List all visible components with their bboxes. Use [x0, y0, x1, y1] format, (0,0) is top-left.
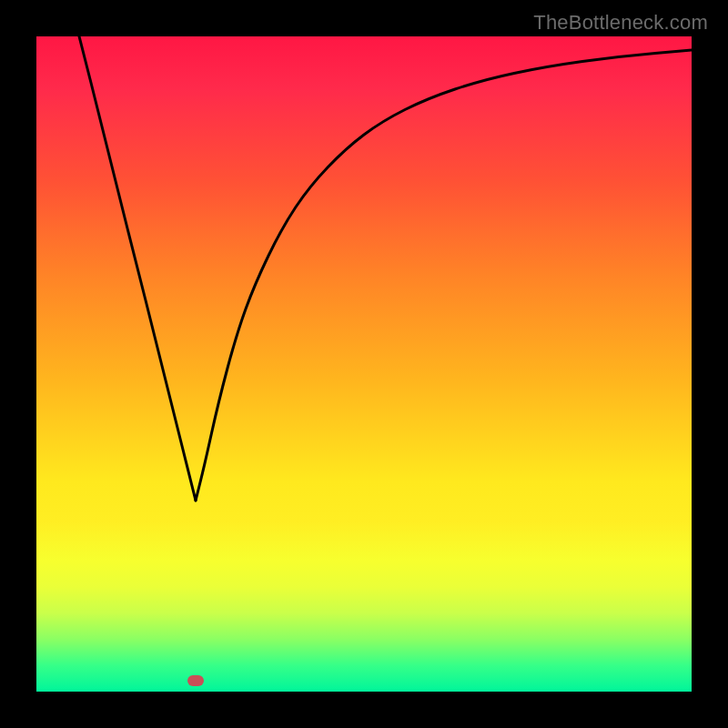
chart-frame: TheBottleneck.com — [0, 0, 728, 728]
watermark-text: TheBottleneck.com — [533, 11, 708, 35]
minimum-marker — [187, 675, 204, 686]
heat-gradient — [36, 36, 692, 692]
plot-area — [36, 36, 692, 692]
